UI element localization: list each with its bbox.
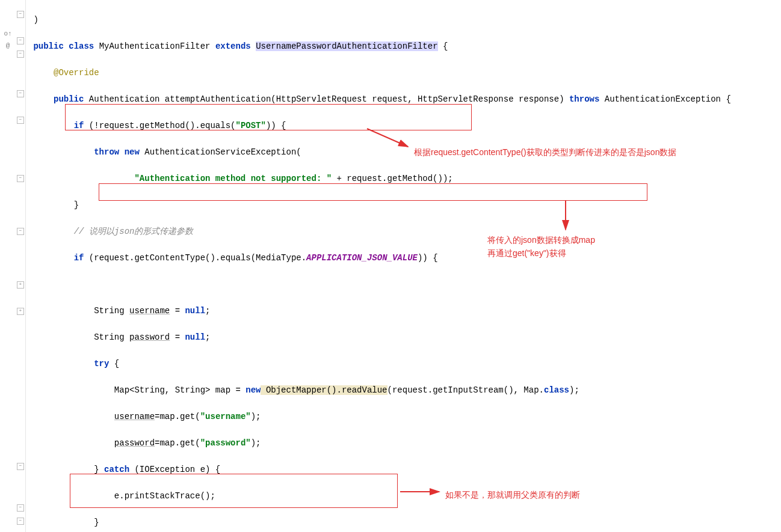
- fold-toggle[interactable]: −: [17, 504, 24, 512]
- fold-toggle[interactable]: −: [17, 90, 24, 97]
- override-gutter-icon[interactable]: o↑: [2, 27, 13, 40]
- code-editor[interactable]: o↑ @ − − − − − − − + + − − − ) public cl…: [0, 0, 781, 532]
- code-line[interactable]: if (!request.getMethod().equals("POST"))…: [28, 119, 779, 132]
- code-line[interactable]: } catch (IOException e) {: [28, 463, 779, 476]
- annotation-text: 再通过get("key")获得: [487, 246, 566, 260]
- annotation-text: 根据request.getContentType()获取的类型判断传进来的是否是…: [414, 145, 676, 159]
- code-line[interactable]: @Override: [28, 66, 779, 79]
- code-line[interactable]: [28, 278, 779, 291]
- code-line[interactable]: public class MyAuthenticationFilter exte…: [28, 40, 779, 53]
- fold-toggle[interactable]: −: [17, 518, 24, 525]
- fold-toggle[interactable]: −: [17, 11, 24, 18]
- code-line[interactable]: "Authentication method not supported: " …: [28, 172, 779, 185]
- fold-toggle[interactable]: −: [17, 228, 24, 235]
- annotation-text: 如果不是，那就调用父类原有的判断: [445, 488, 580, 501]
- fold-toggle[interactable]: −: [17, 117, 24, 124]
- fold-toggle[interactable]: +: [17, 281, 24, 289]
- code-line[interactable]: password=map.get("password");: [28, 436, 779, 450]
- code-line[interactable]: username=map.get("username");: [28, 410, 779, 423]
- code-line[interactable]: String password = null;: [28, 331, 779, 344]
- fold-toggle[interactable]: −: [17, 175, 24, 182]
- code-line[interactable]: }: [28, 516, 779, 529]
- code-line[interactable]: public Authentication attemptAuthenticat…: [28, 93, 779, 106]
- fold-toggle[interactable]: −: [17, 37, 24, 44]
- annotation-text: 将传入的json数据转换成map: [487, 233, 595, 246]
- code-line[interactable]: try {: [28, 357, 779, 370]
- code-line[interactable]: // 说明以json的形式传递参数: [28, 225, 779, 238]
- editor-gutter: o↑ @ − − − − − − − + + − − −: [0, 0, 26, 532]
- at-gutter-icon: @: [2, 39, 13, 52]
- code-line[interactable]: ): [28, 13, 779, 26]
- code-line[interactable]: String username = null;: [28, 304, 779, 317]
- code-area[interactable]: ) public class MyAuthenticationFilter ex…: [26, 0, 781, 532]
- fold-toggle[interactable]: +: [17, 308, 24, 315]
- code-line[interactable]: if (request.getContentType().equals(Medi…: [28, 251, 779, 264]
- fold-toggle[interactable]: −: [17, 50, 24, 58]
- code-line[interactable]: }: [28, 198, 779, 212]
- fold-toggle[interactable]: −: [17, 463, 24, 470]
- code-line[interactable]: Map<String, String> map = new ObjectMapp…: [28, 384, 779, 397]
- code-line[interactable]: e.printStackTrace();: [28, 489, 779, 503]
